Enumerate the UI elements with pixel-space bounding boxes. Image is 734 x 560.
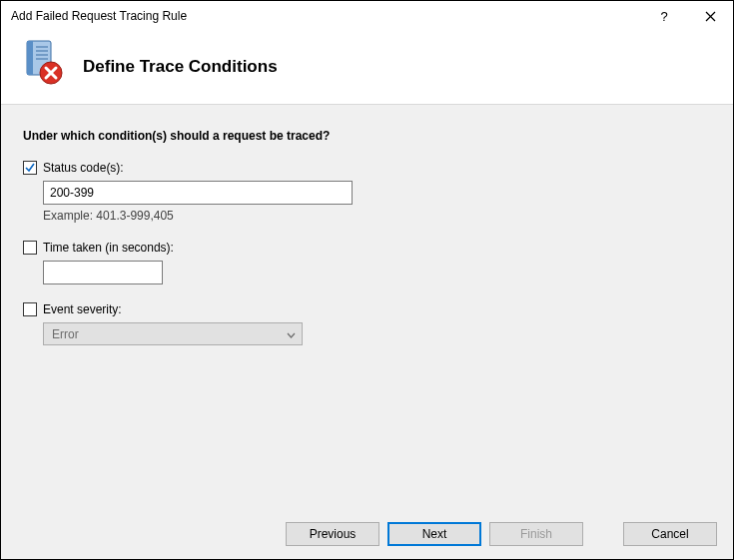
event-severity-checkbox[interactable]	[23, 302, 37, 316]
event-severity-label: Event severity:	[43, 302, 122, 316]
chevron-down-icon	[287, 327, 296, 341]
svg-rect-3	[27, 41, 33, 75]
status-codes-label: Status code(s):	[43, 161, 124, 175]
wizard-header: Define Trace Conditions	[1, 31, 733, 105]
next-button[interactable]: Next	[387, 522, 481, 546]
cancel-button[interactable]: Cancel	[623, 522, 717, 546]
time-taken-checkbox[interactable]	[23, 241, 37, 255]
prompt-text: Under which condition(s) should a reques…	[23, 129, 711, 143]
window-title: Add Failed Request Tracing Rule	[11, 9, 641, 23]
wizard-footer: Previous Next Finish Cancel	[1, 509, 733, 559]
close-icon	[705, 11, 716, 22]
status-codes-example: Example: 401.3-999,405	[43, 209, 711, 223]
status-codes-group: Status code(s): Example: 401.3-999,405	[23, 161, 711, 223]
event-severity-group: Event severity: Error	[23, 302, 711, 345]
close-button[interactable]	[687, 1, 733, 31]
event-severity-select[interactable]: Error	[43, 322, 303, 345]
wizard-heading: Define Trace Conditions	[83, 51, 278, 77]
help-button[interactable]: ?	[641, 1, 687, 31]
checkmark-icon	[24, 162, 36, 174]
time-taken-input[interactable]	[43, 261, 163, 284]
time-taken-group: Time taken (in seconds):	[23, 241, 711, 284]
wizard-dialog: Add Failed Request Tracing Rule ? Defi	[0, 0, 734, 560]
status-codes-input[interactable]	[43, 181, 353, 205]
time-taken-label: Time taken (in seconds):	[43, 241, 174, 255]
finish-button: Finish	[489, 522, 583, 546]
status-codes-checkbox[interactable]	[23, 161, 37, 175]
titlebar: Add Failed Request Tracing Rule ?	[1, 1, 733, 31]
previous-button[interactable]: Previous	[286, 522, 379, 546]
wizard-content: Under which condition(s) should a reques…	[1, 105, 733, 509]
trace-rule-icon	[19, 39, 65, 88]
event-severity-value: Error	[52, 327, 79, 341]
